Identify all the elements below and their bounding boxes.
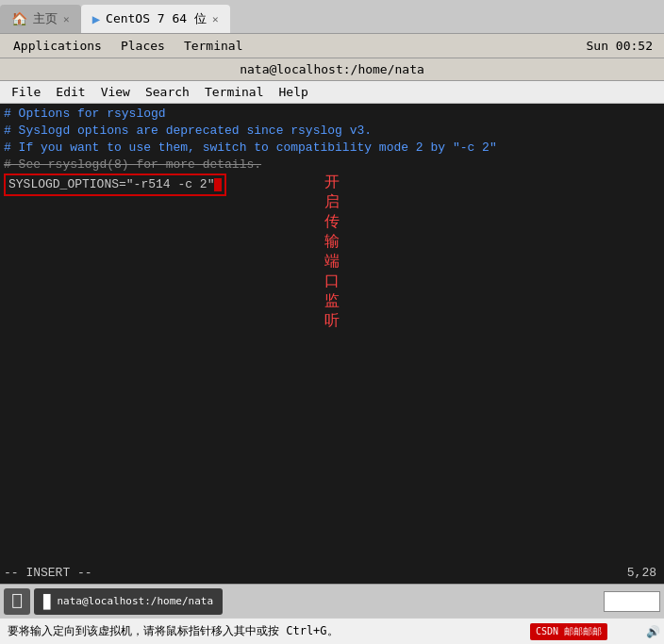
vm-icon-glyph: ⎕ <box>12 592 22 610</box>
notif-icon-1: 🔊 <box>646 625 660 638</box>
cursor-position: 5,28 <box>627 566 660 580</box>
menu-view[interactable]: View <box>93 83 138 101</box>
cursor <box>214 178 222 191</box>
title-bar: nata@localhost:/home/nata <box>0 58 664 81</box>
csdn-badge: CSDN 邮邮邮邮 <box>530 623 607 640</box>
taskbar-terminal[interactable]: ▉ nata@localhost:/home/nata <box>34 588 223 615</box>
tab-centos-label: CentOS 7 64 位 <box>106 10 207 27</box>
empty-line <box>4 332 660 349</box>
system-menu-bar: Applications Places Terminal Sun 00:52 <box>0 34 664 58</box>
taskbar-vm-icon[interactable]: ⎕ <box>4 588 30 615</box>
taskbar: ⎕ ▉ nata@localhost:/home/nata <box>0 584 664 618</box>
tab-home[interactable]: 🏠 主页 ✕ <box>0 5 81 33</box>
notification-bar: 要将输入定向到该虚拟机，请将鼠标指针移入其中或按 Ctrl+G。 CSDN 邮邮… <box>0 618 664 644</box>
tab-home-close[interactable]: ✕ <box>63 13 70 25</box>
annotation: 开启传输端口监听 <box>324 173 340 331</box>
empty-line <box>4 485 660 502</box>
empty-line <box>4 468 660 485</box>
terminal-line-2: # Syslogd options are deprecated since r… <box>4 123 660 140</box>
menu-search[interactable]: Search <box>138 83 197 101</box>
empty-line <box>4 349 660 366</box>
taskbar-input-box[interactable] <box>604 591 660 612</box>
terminal-line-4: # See rsyslogd(8) for more details. <box>4 157 660 173</box>
menu-help[interactable]: Help <box>272 83 316 101</box>
terminal-line-5: SYSLOGD_OPTIONS="-r514 -c 2" <box>4 173 226 196</box>
notification-text: 要将输入定向到该虚拟机，请将鼠标指针移入其中或按 Ctrl+G。 <box>8 623 339 639</box>
tab-centos-close[interactable]: ✕ <box>212 13 219 25</box>
tab-centos[interactable]: ▶ CentOS 7 64 位 ✕ <box>81 5 230 33</box>
empty-line <box>4 366 660 383</box>
centos-icon: ▶ <box>92 11 100 26</box>
status-bar: -- INSERT -- 5,28 <box>0 561 664 584</box>
terminal-area[interactable]: # Options for rsyslogd # Syslogd options… <box>0 104 664 584</box>
terminal-line-1: # Options for rsyslogd <box>4 106 660 123</box>
tab-home-label: 主页 <box>33 10 58 27</box>
empty-line <box>4 417 660 434</box>
terminal-taskbar-icon: ▉ <box>43 594 51 609</box>
empty-line <box>4 434 660 451</box>
empty-line <box>4 383 660 400</box>
menu-places[interactable]: Places <box>111 36 174 56</box>
tab-bar: 🏠 主页 ✕ ▶ CentOS 7 64 位 ✕ <box>0 0 664 34</box>
terminal-line-5-wrapper: SYSLOGD_OPTIONS="-r514 -c 2" 开启传输端口监听 <box>4 173 226 196</box>
menu-edit[interactable]: Edit <box>48 83 92 101</box>
notification-icons: 🔊 <box>646 625 660 638</box>
taskbar-terminal-label: nata@localhost:/home/nata <box>57 595 213 607</box>
terminal-lines[interactable]: # Options for rsyslogd # Syslogd options… <box>0 104 664 561</box>
empty-line <box>4 400 660 417</box>
menu-terminal-sys[interactable]: Terminal <box>174 36 253 56</box>
home-icon: 🏠 <box>11 11 27 26</box>
terminal-line-3: # If you want to use them, switch to com… <box>4 140 660 157</box>
menu-file[interactable]: File <box>4 83 48 101</box>
empty-line <box>4 451 660 468</box>
system-time: Sun 00:52 <box>587 39 660 53</box>
vim-mode: -- INSERT -- <box>4 566 92 580</box>
terminal-menu-bar: File Edit View Search Terminal Help <box>0 81 664 104</box>
menu-applications[interactable]: Applications <box>4 36 111 56</box>
main-container: 🏠 主页 ✕ ▶ CentOS 7 64 位 ✕ Applications Pl… <box>0 0 664 644</box>
menu-terminal[interactable]: Terminal <box>197 83 272 101</box>
title-text: nata@localhost:/home/nata <box>240 62 424 76</box>
